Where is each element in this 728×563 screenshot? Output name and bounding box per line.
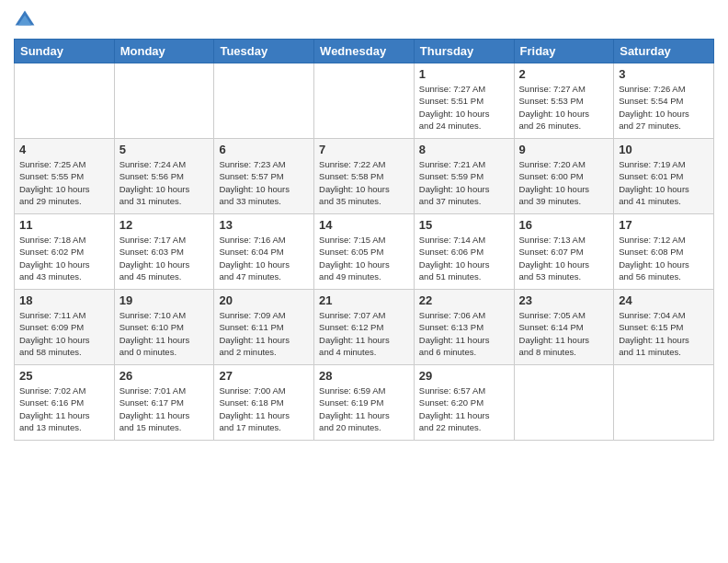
logo-icon <box>14 9 36 31</box>
calendar-cell: 2Sunrise: 7:27 AM Sunset: 5:53 PM Daylig… <box>514 63 614 139</box>
day-info: Sunrise: 7:10 AM Sunset: 6:10 PM Dayligh… <box>119 309 210 358</box>
weekday-header-friday: Friday <box>514 40 614 63</box>
calendar-cell <box>15 63 115 139</box>
calendar-cell: 5Sunrise: 7:24 AM Sunset: 5:56 PM Daylig… <box>114 139 214 214</box>
day-info: Sunrise: 7:26 AM Sunset: 5:54 PM Dayligh… <box>619 83 709 132</box>
week-row-2: 4Sunrise: 7:25 AM Sunset: 5:55 PM Daylig… <box>15 139 714 214</box>
day-number: 17 <box>619 218 709 232</box>
calendar-cell: 23Sunrise: 7:05 AM Sunset: 6:14 PM Dayli… <box>514 290 614 365</box>
week-row-5: 25Sunrise: 7:02 AM Sunset: 6:16 PM Dayli… <box>15 365 714 441</box>
calendar-table: SundayMondayTuesdayWednesdayThursdayFrid… <box>14 39 714 441</box>
calendar-cell: 10Sunrise: 7:19 AM Sunset: 6:01 PM Dayli… <box>614 139 714 214</box>
day-info: Sunrise: 6:57 AM Sunset: 6:20 PM Dayligh… <box>419 385 509 433</box>
day-info: Sunrise: 7:22 AM Sunset: 5:58 PM Dayligh… <box>319 158 409 207</box>
day-number: 1 <box>419 67 509 81</box>
day-info: Sunrise: 7:01 AM Sunset: 6:17 PM Dayligh… <box>119 385 210 433</box>
calendar-cell: 22Sunrise: 7:06 AM Sunset: 6:13 PM Dayli… <box>414 290 514 365</box>
day-info: Sunrise: 7:05 AM Sunset: 6:14 PM Dayligh… <box>519 309 609 358</box>
day-info: Sunrise: 6:59 AM Sunset: 6:19 PM Dayligh… <box>319 385 409 433</box>
calendar-cell <box>214 63 314 139</box>
day-info: Sunrise: 7:14 AM Sunset: 6:06 PM Dayligh… <box>419 234 509 282</box>
day-number: 21 <box>319 293 409 307</box>
day-number: 11 <box>19 218 109 232</box>
calendar-cell <box>514 365 614 441</box>
calendar-cell: 28Sunrise: 6:59 AM Sunset: 6:19 PM Dayli… <box>314 365 415 441</box>
calendar-cell: 16Sunrise: 7:13 AM Sunset: 6:07 PM Dayli… <box>514 214 614 290</box>
day-number: 27 <box>219 369 309 383</box>
day-number: 16 <box>519 218 609 232</box>
day-info: Sunrise: 7:16 AM Sunset: 6:04 PM Dayligh… <box>219 234 309 282</box>
day-number: 29 <box>419 369 509 383</box>
day-number: 12 <box>119 218 210 232</box>
calendar-cell: 1Sunrise: 7:27 AM Sunset: 5:51 PM Daylig… <box>414 63 514 139</box>
day-number: 22 <box>419 293 509 307</box>
day-info: Sunrise: 7:23 AM Sunset: 5:57 PM Dayligh… <box>219 158 309 207</box>
calendar-cell: 3Sunrise: 7:26 AM Sunset: 5:54 PM Daylig… <box>614 63 714 139</box>
day-number: 5 <box>119 143 210 156</box>
day-number: 28 <box>319 369 409 383</box>
day-info: Sunrise: 7:27 AM Sunset: 5:51 PM Dayligh… <box>419 83 509 132</box>
day-number: 23 <box>519 293 609 307</box>
day-info: Sunrise: 7:07 AM Sunset: 6:12 PM Dayligh… <box>319 309 409 358</box>
calendar-cell: 4Sunrise: 7:25 AM Sunset: 5:55 PM Daylig… <box>15 139 115 214</box>
day-number: 13 <box>219 218 309 232</box>
day-info: Sunrise: 7:20 AM Sunset: 6:00 PM Dayligh… <box>519 158 609 207</box>
calendar-cell: 13Sunrise: 7:16 AM Sunset: 6:04 PM Dayli… <box>214 214 314 290</box>
day-number: 2 <box>519 67 609 81</box>
day-number: 9 <box>519 143 609 156</box>
weekday-header-saturday: Saturday <box>614 40 714 63</box>
day-info: Sunrise: 7:11 AM Sunset: 6:09 PM Dayligh… <box>19 309 109 358</box>
weekday-header-row: SundayMondayTuesdayWednesdayThursdayFrid… <box>15 40 714 63</box>
calendar-cell: 26Sunrise: 7:01 AM Sunset: 6:17 PM Dayli… <box>114 365 214 441</box>
calendar-cell: 8Sunrise: 7:21 AM Sunset: 5:59 PM Daylig… <box>414 139 514 214</box>
day-number: 3 <box>619 67 709 81</box>
weekday-header-monday: Monday <box>114 40 214 63</box>
day-number: 4 <box>19 143 109 156</box>
calendar-cell: 24Sunrise: 7:04 AM Sunset: 6:15 PM Dayli… <box>614 290 714 365</box>
calendar-cell: 25Sunrise: 7:02 AM Sunset: 6:16 PM Dayli… <box>15 365 115 441</box>
day-info: Sunrise: 7:18 AM Sunset: 6:02 PM Dayligh… <box>19 234 109 282</box>
day-info: Sunrise: 7:15 AM Sunset: 6:05 PM Dayligh… <box>319 234 409 282</box>
calendar-cell: 20Sunrise: 7:09 AM Sunset: 6:11 PM Dayli… <box>214 290 314 365</box>
week-row-1: 1Sunrise: 7:27 AM Sunset: 5:51 PM Daylig… <box>15 63 714 139</box>
calendar-cell: 27Sunrise: 7:00 AM Sunset: 6:18 PM Dayli… <box>214 365 314 441</box>
day-number: 24 <box>619 293 709 307</box>
calendar-cell <box>314 63 415 139</box>
logo <box>14 9 38 31</box>
day-number: 6 <box>219 143 309 156</box>
day-info: Sunrise: 7:06 AM Sunset: 6:13 PM Dayligh… <box>419 309 509 358</box>
day-number: 8 <box>419 143 509 156</box>
day-number: 25 <box>19 369 109 383</box>
calendar-cell <box>114 63 214 139</box>
day-info: Sunrise: 7:25 AM Sunset: 5:55 PM Dayligh… <box>19 158 109 207</box>
week-row-4: 18Sunrise: 7:11 AM Sunset: 6:09 PM Dayli… <box>15 290 714 365</box>
calendar-cell: 19Sunrise: 7:10 AM Sunset: 6:10 PM Dayli… <box>114 290 214 365</box>
day-info: Sunrise: 7:24 AM Sunset: 5:56 PM Dayligh… <box>119 158 210 207</box>
calendar-cell: 9Sunrise: 7:20 AM Sunset: 6:00 PM Daylig… <box>514 139 614 214</box>
day-info: Sunrise: 7:04 AM Sunset: 6:15 PM Dayligh… <box>619 309 709 358</box>
calendar-cell: 7Sunrise: 7:22 AM Sunset: 5:58 PM Daylig… <box>314 139 415 214</box>
calendar-cell: 6Sunrise: 7:23 AM Sunset: 5:57 PM Daylig… <box>214 139 314 214</box>
calendar-cell <box>614 365 714 441</box>
day-info: Sunrise: 7:17 AM Sunset: 6:03 PM Dayligh… <box>119 234 210 282</box>
day-number: 10 <box>619 143 709 156</box>
day-number: 14 <box>319 218 409 232</box>
day-info: Sunrise: 7:13 AM Sunset: 6:07 PM Dayligh… <box>519 234 609 282</box>
weekday-header-thursday: Thursday <box>414 40 514 63</box>
calendar-cell: 11Sunrise: 7:18 AM Sunset: 6:02 PM Dayli… <box>15 214 115 290</box>
page-container: SundayMondayTuesdayWednesdayThursdayFrid… <box>0 0 728 445</box>
day-number: 15 <box>419 218 509 232</box>
calendar-cell: 12Sunrise: 7:17 AM Sunset: 6:03 PM Dayli… <box>114 214 214 290</box>
day-number: 18 <box>19 293 109 307</box>
calendar-cell: 29Sunrise: 6:57 AM Sunset: 6:20 PM Dayli… <box>414 365 514 441</box>
page-header <box>14 9 714 31</box>
weekday-header-wednesday: Wednesday <box>314 40 415 63</box>
day-info: Sunrise: 7:02 AM Sunset: 6:16 PM Dayligh… <box>19 385 109 433</box>
day-number: 19 <box>119 293 210 307</box>
weekday-header-tuesday: Tuesday <box>214 40 314 63</box>
day-info: Sunrise: 7:19 AM Sunset: 6:01 PM Dayligh… <box>619 158 709 207</box>
calendar-cell: 17Sunrise: 7:12 AM Sunset: 6:08 PM Dayli… <box>614 214 714 290</box>
day-info: Sunrise: 7:21 AM Sunset: 5:59 PM Dayligh… <box>419 158 509 207</box>
day-info: Sunrise: 7:09 AM Sunset: 6:11 PM Dayligh… <box>219 309 309 358</box>
day-number: 26 <box>119 369 210 383</box>
